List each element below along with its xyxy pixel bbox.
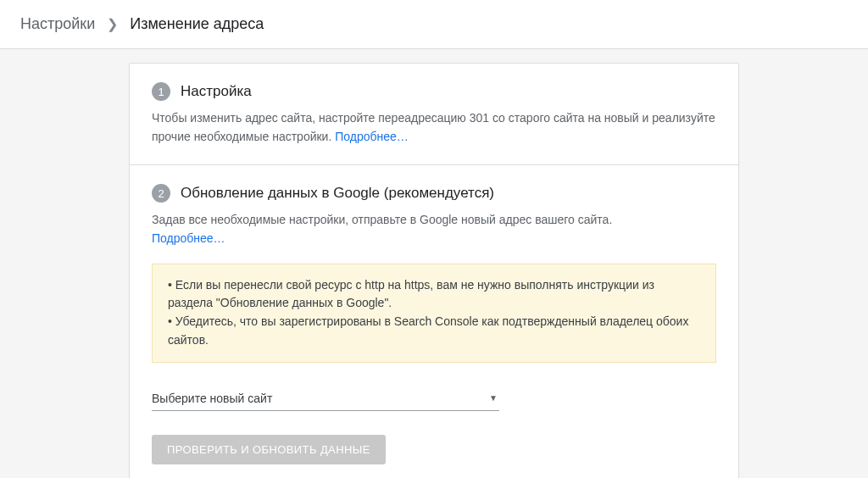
- breadcrumb: Настройки ❯ Изменение адреса: [0, 0, 868, 49]
- step-number-badge: 2: [152, 184, 170, 203]
- breadcrumb-root[interactable]: Настройки: [20, 15, 95, 33]
- step2-title: Обновление данных в Google (рекомендуетс…: [181, 185, 494, 202]
- learn-more-link[interactable]: Подробнее…: [335, 130, 409, 143]
- step2-header: 2 Обновление данных в Google (рекомендуе…: [152, 184, 716, 203]
- site-select-dropdown[interactable]: Выберите новый сайт ▼: [152, 386, 499, 411]
- notice-bullet-1: • Если вы перенесли свой ресурс с http н…: [168, 276, 700, 313]
- step1-header: 1 Настройка: [152, 82, 716, 101]
- caret-down-icon: ▼: [489, 393, 498, 403]
- learn-more-link[interactable]: Подробнее…: [152, 231, 225, 245]
- dropdown-label: Выберите новый сайт: [152, 392, 272, 405]
- notice-bullet-2: • Убедитесь, что вы зарегистрированы в S…: [168, 313, 700, 349]
- breadcrumb-current: Изменение адреса: [130, 15, 264, 33]
- step1-desc-text: Чтобы изменить адрес сайта, настройте пе…: [152, 111, 715, 143]
- validate-update-button[interactable]: ПРОВЕРИТЬ И ОБНОВИТЬ ДАННЫЕ: [152, 435, 386, 464]
- step2-desc-text: Задав все необходимые настройки, отправь…: [152, 213, 612, 226]
- step-number-badge: 1: [152, 82, 170, 101]
- chevron-right-icon: ❯: [107, 16, 118, 32]
- step2-section: 2 Обновление данных в Google (рекомендуе…: [130, 164, 738, 478]
- step1-section: 1 Настройка Чтобы изменить адрес сайта, …: [130, 64, 738, 164]
- main-content: 1 Настройка Чтобы изменить адрес сайта, …: [0, 49, 868, 478]
- step2-description: Задав все необходимые настройки, отправь…: [152, 211, 716, 247]
- settings-card: 1 Настройка Чтобы изменить адрес сайта, …: [129, 63, 739, 478]
- step1-title: Настройка: [181, 83, 252, 100]
- step1-description: Чтобы изменить адрес сайта, настройте пе…: [152, 109, 716, 146]
- notice-box: • Если вы перенесли свой ресурс с http н…: [152, 264, 716, 363]
